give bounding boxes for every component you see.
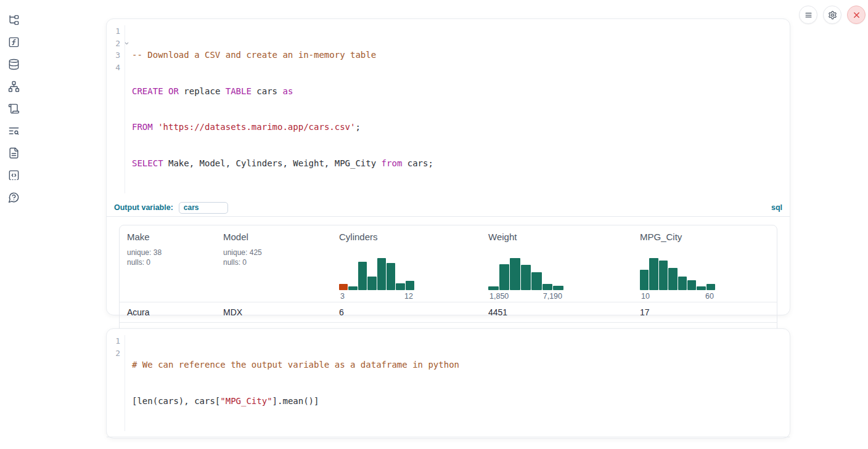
histogram-bar[interactable] (377, 258, 386, 290)
hist-min-label: 3 (340, 292, 345, 301)
column-header-weight[interactable]: Weight 1,850 7,190 (481, 225, 633, 302)
fold-chevron-icon[interactable] (124, 41, 129, 46)
code-lines: -- Download a CSV and create an in-memor… (125, 25, 433, 193)
function-square-icon (8, 36, 20, 48)
menu-button[interactable] (799, 6, 817, 24)
sidebar-item-help[interactable] (6, 190, 21, 204)
histogram-bar[interactable] (339, 284, 348, 290)
shutdown-button[interactable] (847, 6, 866, 24)
gear-icon (828, 10, 837, 20)
histogram-bar[interactable] (706, 284, 715, 290)
output-variable-input[interactable] (179, 202, 228, 214)
line-number: 2 (115, 39, 120, 48)
hist-max-label: 7,190 (543, 292, 562, 301)
line-number: 1 (115, 336, 120, 346)
file-tree-icon (8, 14, 20, 26)
histogram-bar[interactable] (531, 272, 542, 290)
line-number: 2 (115, 349, 120, 358)
line-number-gutter: 1 2 (107, 335, 125, 431)
marimo-notebook: 1 2 3 4 -- Download a CSV and create an … (0, 0, 868, 449)
python-code-editor[interactable]: 1 2 # We can reference the output variab… (107, 329, 790, 437)
column-header-cylinders[interactable]: Cylinders 3 12 (332, 225, 481, 302)
python-cell: 1 2 # We can reference the output variab… (106, 328, 790, 439)
histogram-bar[interactable] (387, 263, 395, 290)
histogram-bar[interactable] (488, 286, 499, 290)
hist-max-label: 12 (404, 292, 413, 301)
unique-stat: unique: 38 (127, 248, 216, 257)
sidebar-item-variables[interactable] (6, 34, 21, 49)
output-variable-row: Output variable: sql (107, 199, 790, 217)
unique-stat: unique: 425 (223, 248, 332, 257)
table-cell: 4451 (481, 307, 633, 317)
histogram-bar[interactable] (649, 258, 658, 290)
network-icon (8, 81, 20, 92)
language-badge: sql (771, 203, 782, 212)
hist-max-label: 60 (705, 292, 714, 301)
histogram-bar[interactable] (358, 262, 367, 290)
code-line: CREATE OR replace TABLE cars as (132, 86, 433, 98)
weight-histogram[interactable] (488, 258, 563, 290)
hist-min-label: 1,850 (489, 292, 509, 301)
sidebar-item-documentation[interactable] (6, 145, 21, 160)
code-line: FROM 'https://datasets.marimo.app/cars.c… (132, 121, 433, 134)
code-lines: # We can reference the output variable a… (125, 335, 459, 431)
histogram-bar[interactable] (553, 286, 563, 290)
line-number: 3 (115, 51, 120, 60)
column-header-make[interactable]: Make unique: 38 nulls: 0 (120, 225, 216, 302)
histogram-bar[interactable] (510, 258, 520, 290)
line-number: 1 (115, 26, 120, 36)
histogram-bar[interactable] (521, 265, 531, 290)
sidebar-item-file-explorer[interactable] (6, 12, 21, 27)
histogram-bar[interactable] (640, 270, 649, 290)
file-text-icon (8, 147, 20, 159)
histogram-bar[interactable] (348, 286, 357, 290)
table-cell: MDX (216, 307, 332, 317)
code-line: SELECT Make, Model, Cylinders, Weight, M… (132, 158, 433, 170)
sidebar-item-outline[interactable] (6, 101, 21, 116)
table-header: Make unique: 38 nulls: 0 Model unique: 4… (120, 225, 777, 302)
line-number: 4 (115, 63, 120, 72)
hist-min-label: 10 (641, 292, 650, 301)
nulls-stat: nulls: 0 (223, 257, 332, 267)
topbar (799, 6, 866, 24)
cylinders-histogram[interactable] (339, 258, 414, 290)
sidebar-item-snippets[interactable] (6, 168, 21, 182)
sidebar-item-datasources[interactable] (6, 57, 21, 71)
histogram-bar[interactable] (406, 281, 414, 290)
python-output: [ 2 Items 0:428 1:20.060747663551403 ] (107, 437, 790, 449)
table-cell: 17 (633, 307, 777, 317)
help-bubble-icon (8, 192, 20, 203)
settings-button[interactable] (823, 6, 841, 24)
sidebar (0, 0, 27, 204)
histogram-bar[interactable] (659, 261, 668, 290)
close-icon (852, 10, 861, 20)
database-icon (8, 59, 20, 70)
sidebar-item-logs[interactable] (6, 123, 21, 138)
histogram-bar[interactable] (687, 280, 696, 290)
column-header-model[interactable]: Model unique: 425 nulls: 0 (216, 225, 332, 302)
output-variable-label: Output variable: (114, 203, 173, 212)
line-number-gutter: 1 2 3 4 (107, 25, 125, 193)
histogram-bar[interactable] (678, 277, 687, 290)
sidebar-item-dependencies[interactable] (6, 79, 21, 94)
histogram-bar[interactable] (396, 283, 404, 290)
column-header-mpg-city[interactable]: MPG_City 10 60 (633, 225, 777, 302)
sql-comment: -- Download a CSV and create an in-memor… (132, 50, 376, 60)
nulls-stat: nulls: 0 (127, 257, 216, 267)
table-row[interactable]: AcuraMDX6445117 (120, 302, 777, 322)
histogram-bar[interactable] (499, 264, 510, 290)
histogram-bar[interactable] (542, 284, 553, 290)
text-search-icon (8, 125, 20, 137)
histogram-bar[interactable] (367, 277, 376, 290)
code-line: -- Download a CSV and create an in-memor… (132, 49, 433, 62)
histogram-bar[interactable] (668, 268, 677, 290)
code-line: [len(cars), cars["MPG_City"].mean()] (132, 395, 459, 408)
table-cell: 6 (332, 307, 481, 317)
histogram-bar[interactable] (697, 286, 705, 290)
python-comment: # We can reference the output variable a… (132, 360, 459, 370)
sql-cell: 1 2 3 4 -- Download a CSV and create an … (106, 18, 790, 315)
code-line: # We can reference the output variable a… (132, 359, 459, 371)
sql-code-editor[interactable]: 1 2 3 4 -- Download a CSV and create an … (107, 19, 790, 199)
scroll-icon (8, 103, 20, 115)
mpg-city-histogram[interactable] (640, 258, 715, 290)
